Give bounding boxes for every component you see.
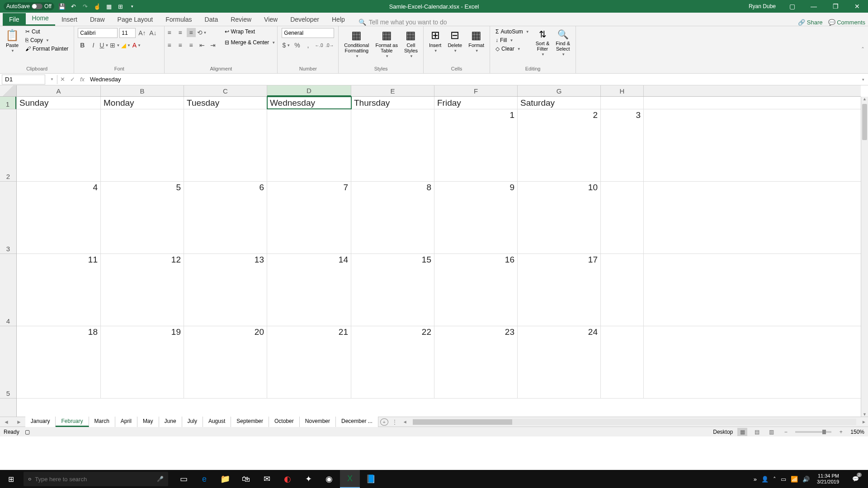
cell-H2[interactable]: 3 [601,109,644,181]
vivaldi-icon[interactable]: ◐ [278,470,297,488]
cell-D2[interactable] [267,109,351,181]
cell-F2[interactable]: 1 [434,109,518,181]
tab-developer[interactable]: Developer [284,13,326,26]
cell-H5[interactable] [601,326,644,398]
zoom-level[interactable]: 150% [850,429,864,435]
vertical-scrollbar[interactable]: ▲ ▼ [861,97,868,417]
sheet-tab-may[interactable]: May [137,417,159,427]
tab-file[interactable]: File [3,13,26,26]
cell-G2[interactable]: 2 [518,109,601,181]
save-icon[interactable]: 💾 [58,2,66,10]
cell-H3[interactable] [601,182,644,253]
search-input[interactable] [35,476,153,483]
enter-icon[interactable]: ✓ [67,76,77,83]
qat-customize-icon[interactable]: ▾ [128,2,137,10]
hscroll-right-icon[interactable]: ► [860,419,868,424]
cut-button[interactable]: ✂Cut [24,28,70,35]
row-header-4[interactable]: 4 [0,254,16,326]
start-button[interactable]: ⊞ [0,470,22,488]
sheet-nav-prev[interactable]: ◄ [0,419,13,425]
sheet-tab-march[interactable]: March [89,417,115,427]
page-break-view-button[interactable]: ▥ [766,428,776,436]
underline-button[interactable]: U▼ [99,41,108,50]
edge-icon[interactable]: e [194,470,214,488]
row-header-2[interactable]: 2 [0,109,16,182]
number-format-select[interactable] [282,28,334,38]
undo-icon[interactable]: ↶ [70,2,78,10]
cell-G1[interactable]: Saturday [518,97,601,109]
expand-formula-icon[interactable]: ▾ [858,77,868,82]
copy-button[interactable]: ⎘Copy▼ [24,37,70,44]
cell-E4[interactable]: 15 [351,254,434,326]
ribbon-collapse-button[interactable]: ˄ [858,46,868,53]
cell-B1[interactable]: Monday [101,97,184,109]
formula-input[interactable]: Wednesday [87,75,858,84]
cell-B2[interactable] [101,109,184,181]
cell-F5[interactable]: 23 [434,326,518,398]
scroll-up-icon[interactable]: ▲ [863,97,867,101]
scroll-thumb[interactable] [862,104,867,140]
comments-button[interactable]: 💬 Comments [828,19,865,26]
cell-E3[interactable]: 8 [351,182,434,253]
decrease-decimal-icon[interactable]: .0→ [325,41,334,50]
cell-F1[interactable]: Friday [434,97,518,109]
store-icon[interactable]: 🛍 [236,470,256,488]
sort-filter-button[interactable]: ⇅Sort &Filter▼ [534,28,552,57]
fill-button[interactable]: ↓Fill▼ [494,37,531,44]
cell-C4[interactable]: 13 [184,254,267,326]
redo-icon[interactable]: ↷ [81,2,90,10]
hscroll-left-icon[interactable]: ◄ [401,419,409,424]
horizontal-scrollbar[interactable] [413,419,856,425]
align-center-icon[interactable]: ≡ [176,41,185,50]
cell-styles-button[interactable]: ▦CellStyles▼ [402,28,420,59]
sheet-nav-next[interactable]: ► [13,419,25,425]
align-middle-icon[interactable]: ≡ [176,28,185,37]
normal-view-button[interactable]: ▦ [737,428,747,436]
row-header-1[interactable]: 1 [0,97,16,109]
cell-E1[interactable]: Thursday [351,97,434,109]
battery-icon[interactable]: ▭ [781,476,786,483]
wrap-text-button[interactable]: ↩Wrap Text [223,28,278,35]
sheet-tabs-more-icon[interactable]: ⋮ [388,419,401,425]
cell-D3[interactable]: 7 [267,182,351,253]
cell-G4[interactable]: 17 [518,254,601,326]
close-button[interactable]: ✕ [848,0,866,13]
tray-chevron-icon[interactable]: ˄ [773,476,776,483]
align-left-icon[interactable]: ≡ [165,41,174,50]
cell-A2[interactable] [17,109,101,181]
tab-page-layout[interactable]: Page Layout [111,13,160,26]
sheet-tab-october[interactable]: October [269,417,300,427]
tab-data[interactable]: Data [198,13,225,26]
zoom-out-button[interactable]: − [781,428,791,436]
people-icon[interactable]: 👤 [761,476,769,483]
touch-mode-icon[interactable]: ☝ [93,2,101,10]
minimize-button[interactable]: — [805,0,823,13]
tray-overflow-icon[interactable]: » [754,476,757,483]
cell-D1[interactable]: Wednesday [267,97,351,109]
delete-cells-button[interactable]: ⊟Delete▼ [446,28,464,54]
insert-cells-button[interactable]: ⊞Insert▼ [427,28,443,54]
cell-G5[interactable]: 24 [518,326,601,398]
cell-F3[interactable]: 9 [434,182,518,253]
sheet-tab-september[interactable]: September [231,417,269,427]
decrease-indent-icon[interactable]: ⇤ [198,41,207,50]
explorer-icon[interactable]: 📁 [215,470,235,488]
tab-view[interactable]: View [258,13,284,26]
cell-A3[interactable]: 4 [17,182,101,253]
wifi-icon[interactable]: 📶 [791,476,798,483]
align-top-icon[interactable]: ≡ [165,28,174,37]
font-size-input[interactable] [119,28,136,38]
column-header-B[interactable]: B [101,85,184,96]
cell-C2[interactable] [184,109,267,181]
cancel-icon[interactable]: ✕ [57,76,67,83]
taskbar-search[interactable]: ○ 🎤 [24,472,168,486]
cell-C5[interactable]: 20 [184,326,267,398]
cell-C1[interactable]: Tuesday [184,97,267,109]
name-dropdown-icon[interactable]: ▼ [47,77,57,81]
scroll-thumb[interactable] [413,419,512,425]
align-bottom-icon[interactable]: ≡ [187,28,196,37]
italic-button[interactable]: I [89,41,98,50]
user-name[interactable]: Ryan Dube [749,3,776,9]
tell-me-search[interactable]: 🔍 Tell me what you want to do [359,19,447,26]
sheet-tab-august[interactable]: August [203,417,231,427]
